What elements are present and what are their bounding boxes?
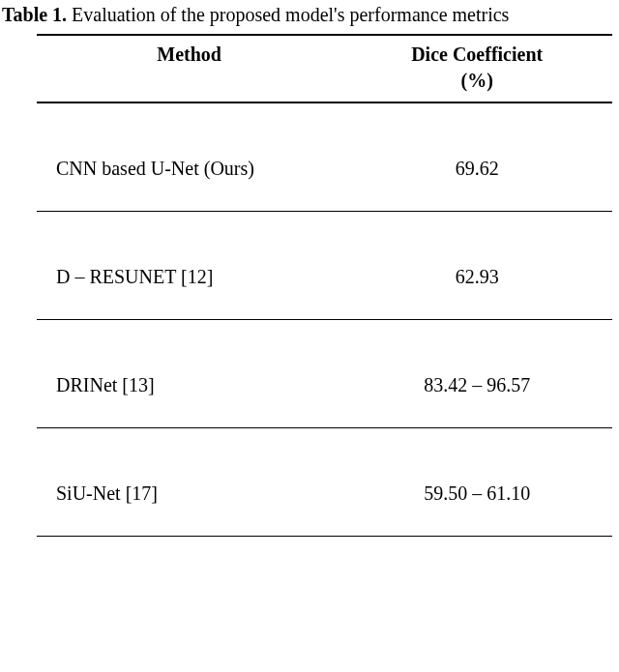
- header-dice-line1: Dice Coefficient: [411, 44, 543, 65]
- table-row: DRINet [13] 83.42 – 96.57: [37, 320, 612, 428]
- header-dice: Dice Coefficient (%): [341, 35, 612, 102]
- cell-value: 83.42 – 96.57: [341, 320, 612, 428]
- table-header-row: Method Dice Coefficient (%): [37, 35, 612, 102]
- table-caption: Table 1. Evaluation of the proposed mode…: [0, 0, 619, 34]
- table-row: CNN based U-Net (Ours) 69.62: [37, 102, 612, 212]
- cell-method: SiU-Net [17]: [37, 428, 341, 537]
- table-row: SiU-Net [17] 59.50 – 61.10: [37, 428, 612, 537]
- table-row: D – RESUNET [12] 62.93: [37, 212, 612, 320]
- cell-value: 59.50 – 61.10: [341, 428, 612, 537]
- header-method: Method: [37, 35, 341, 102]
- cell-method: DRINet [13]: [37, 320, 341, 428]
- cell-method: CNN based U-Net (Ours): [37, 102, 341, 212]
- header-dice-line2: (%): [351, 70, 603, 92]
- table-label: Table 1.: [2, 4, 67, 25]
- cell-value: 69.62: [341, 102, 612, 212]
- cell-value: 62.93: [341, 212, 612, 320]
- cell-method: D – RESUNET [12]: [37, 212, 341, 320]
- table-caption-text: Evaluation of the proposed model's perfo…: [67, 4, 509, 25]
- performance-table: Method Dice Coefficient (%) CNN based U-…: [37, 34, 612, 537]
